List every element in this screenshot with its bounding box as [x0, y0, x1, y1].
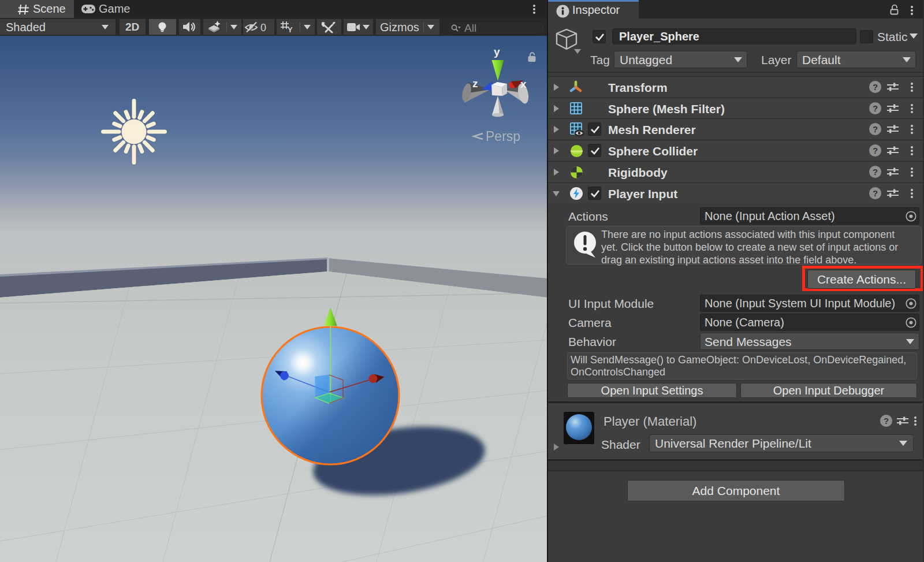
svg-text:0: 0	[260, 22, 266, 34]
svg-text:z: z	[472, 77, 478, 90]
svg-text:Y: Y	[288, 25, 293, 33]
svg-text:x: x	[520, 78, 527, 90]
svg-text:y: y	[494, 46, 500, 58]
svg-text:Persp: Persp	[486, 129, 520, 144]
